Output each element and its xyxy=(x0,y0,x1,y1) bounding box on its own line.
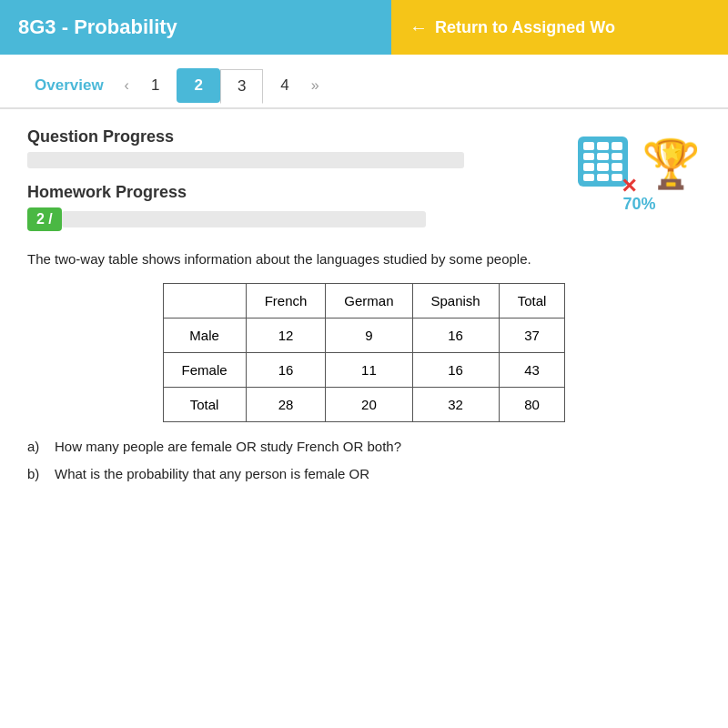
calc-dot-2 xyxy=(597,142,608,150)
question-progress-label: Question Progress xyxy=(27,127,560,147)
two-way-table: French German Spanish Total Male 12 9 16… xyxy=(163,283,566,422)
question-item-a: a) How many people are female OR study F… xyxy=(27,437,701,458)
tab-3[interactable]: 3 xyxy=(220,69,263,104)
cell-female-french: 16 xyxy=(246,352,326,387)
question-body-a: How many people are female OR study Fren… xyxy=(55,437,701,458)
calculator-icon[interactable]: ✕ xyxy=(578,136,632,191)
trophy-star-icon: ⭐ xyxy=(662,142,682,162)
calc-dot-9 xyxy=(612,163,622,171)
calc-dot-5 xyxy=(597,153,608,161)
question-progress-bar xyxy=(27,152,464,168)
row-label-male: Male xyxy=(163,318,246,352)
cell-total-spanish: 32 xyxy=(412,387,499,421)
tab-overview[interactable]: Overview xyxy=(18,69,120,102)
cell-female-spanish: 16 xyxy=(412,352,499,387)
cell-male-french: 12 xyxy=(246,318,326,352)
calc-x-icon: ✕ xyxy=(621,175,637,198)
tab-4[interactable]: 4 xyxy=(263,68,306,103)
question-intro-text: The two-way table shows information abou… xyxy=(27,249,701,270)
title-text: 8G3 - Probability xyxy=(18,15,177,39)
question-item-b: b) What is the probability that any pers… xyxy=(27,464,701,485)
table-col-french: French xyxy=(246,283,326,318)
table-row-total: Total 28 20 32 80 xyxy=(163,387,565,421)
arrow-icon: ← xyxy=(410,17,428,38)
calc-dot-6 xyxy=(612,153,622,161)
header: 8G3 - Probability ← Return to Assigned W… xyxy=(0,0,728,55)
header-title: 8G3 - Probability xyxy=(0,0,391,55)
next-chevron-icon[interactable]: » xyxy=(307,77,324,94)
cell-male-spanish: 16 xyxy=(412,318,499,352)
cell-total-total: 80 xyxy=(499,387,565,421)
calc-dot-7 xyxy=(583,163,594,171)
homework-progress-bar xyxy=(62,211,426,228)
cell-male-total: 37 xyxy=(499,318,565,352)
table-col-spanish: Spanish xyxy=(412,283,499,318)
calc-dot-10 xyxy=(583,174,594,182)
progress-section: Question Progress Homework Progress 2 / xyxy=(27,127,701,231)
return-label: Return to Assigned Wo xyxy=(435,18,615,37)
return-button[interactable]: ← Return to Assigned Wo xyxy=(391,0,728,55)
table-header-row: French German Spanish Total xyxy=(163,283,565,318)
calc-dot-1 xyxy=(583,142,594,150)
question-letter-a: a) xyxy=(27,437,55,458)
calc-dot-11 xyxy=(597,174,608,182)
table-row-female: Female 16 11 16 43 xyxy=(163,352,565,387)
trophy-icon: 🏆 ⭐ xyxy=(642,140,701,187)
homework-badge-bar: 2 / xyxy=(27,207,560,231)
cell-male-german: 9 xyxy=(326,318,412,352)
progress-left: Question Progress Homework Progress 2 / xyxy=(27,127,560,231)
cell-female-total: 43 xyxy=(499,352,565,387)
table-col-total: Total xyxy=(499,283,565,318)
questions-list: a) How many people are female OR study F… xyxy=(27,437,701,485)
homework-badge: 2 / xyxy=(27,207,62,231)
calc-dot-3 xyxy=(612,142,622,150)
table-col-german: German xyxy=(326,283,412,318)
prev-chevron-icon[interactable]: ‹ xyxy=(120,77,134,94)
calc-dot-8 xyxy=(597,163,608,171)
progress-icons: ✕ 🏆 ⭐ 70% xyxy=(578,136,701,214)
row-label-female: Female xyxy=(163,352,246,387)
cell-total-german: 20 xyxy=(326,387,412,421)
table-row-male: Male 12 9 16 37 xyxy=(163,318,565,352)
cell-total-french: 28 xyxy=(246,387,326,421)
row-label-total: Total xyxy=(163,387,246,421)
main-content: Question Progress Homework Progress 2 / xyxy=(0,109,728,511)
icons-row: ✕ 🏆 ⭐ xyxy=(578,136,701,191)
table-col-empty xyxy=(163,283,246,318)
tab-2[interactable]: 2 xyxy=(177,68,219,103)
question-letter-b: b) xyxy=(27,464,55,485)
tabs-bar: Overview ‹ 1 2 3 4 » xyxy=(0,64,728,109)
homework-progress-label: Homework Progress xyxy=(27,183,560,202)
cell-female-german: 11 xyxy=(326,352,412,387)
calc-dot-4 xyxy=(583,153,594,161)
tab-1[interactable]: 1 xyxy=(134,68,177,103)
question-body-b: What is the probability that any person … xyxy=(55,464,701,485)
